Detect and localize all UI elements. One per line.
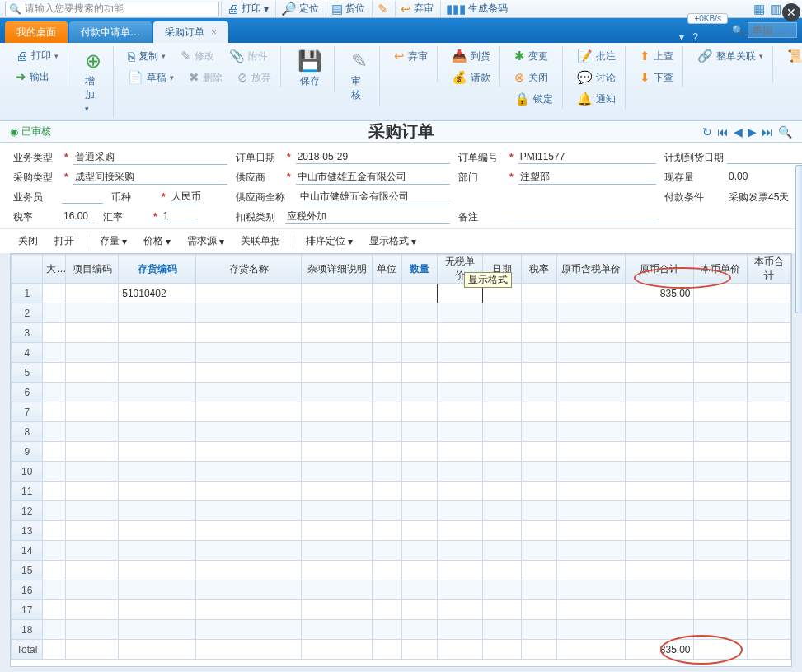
cell-price[interactable] bbox=[437, 620, 483, 640]
cell-yptotal[interactable] bbox=[626, 383, 694, 402]
cell-gross[interactable] bbox=[556, 323, 625, 343]
cell-tax[interactable] bbox=[522, 521, 557, 541]
table-row[interactable]: 15 bbox=[12, 561, 791, 580]
cell-name[interactable] bbox=[196, 422, 302, 442]
tabbar-search[interactable]: 🔍 bbox=[732, 22, 797, 38]
value-rate[interactable]: 1 bbox=[162, 210, 195, 223]
value-supplier-full[interactable]: 中山市健雄五金有限公司 bbox=[298, 190, 450, 204]
cell-name[interactable] bbox=[196, 303, 302, 323]
cell-detail[interactable] bbox=[302, 561, 372, 580]
col-local-price[interactable]: 本币单价 bbox=[694, 255, 747, 284]
cell-tax[interactable] bbox=[522, 561, 557, 580]
line-items-grid[interactable]: 大… 项目编码 存货编码 存货名称 杂项详细说明 单位 数量 无税单价 日期 税… bbox=[10, 253, 792, 667]
cell-tax[interactable] bbox=[522, 303, 557, 323]
cell-name[interactable] bbox=[196, 323, 302, 343]
cell-rownum[interactable]: 4 bbox=[12, 343, 43, 363]
tab-payment-request[interactable]: 付款申请单… bbox=[69, 21, 152, 43]
value-order-date[interactable]: 2018-05-29 bbox=[296, 151, 450, 164]
cell-name[interactable] bbox=[196, 521, 302, 541]
cell-bbtotal[interactable] bbox=[747, 284, 790, 303]
lock-button[interactable]: 🔒锁定 bbox=[510, 89, 557, 109]
cell-unit[interactable] bbox=[372, 343, 401, 363]
cell-unit[interactable] bbox=[372, 323, 401, 343]
cell-tax[interactable] bbox=[522, 600, 557, 620]
cell-name[interactable] bbox=[196, 541, 302, 561]
value-plan-date[interactable] bbox=[727, 151, 802, 164]
col-qty[interactable]: 数量 bbox=[402, 255, 438, 284]
cell-qty[interactable] bbox=[402, 521, 438, 541]
cell-price[interactable] bbox=[437, 303, 483, 323]
cell-name[interactable] bbox=[196, 402, 302, 422]
cell-bbtotal[interactable] bbox=[747, 521, 790, 541]
display-format-dropdown[interactable]: 显示格式▾ bbox=[363, 233, 423, 250]
cell-proj[interactable] bbox=[66, 284, 119, 303]
change-button[interactable]: ✱变更 bbox=[510, 46, 557, 66]
window-close-button[interactable] bbox=[782, 3, 800, 21]
cell-price[interactable] bbox=[437, 402, 483, 422]
col-tax-rate[interactable]: 税率 bbox=[522, 255, 557, 284]
cell-cat[interactable] bbox=[43, 284, 66, 303]
cell-date[interactable] bbox=[483, 402, 522, 422]
cell-yptotal[interactable] bbox=[626, 462, 694, 482]
cell-tax[interactable] bbox=[522, 383, 557, 402]
cell-date[interactable] bbox=[483, 580, 522, 600]
table-row[interactable]: 12 bbox=[12, 501, 791, 521]
cell-inv[interactable] bbox=[119, 323, 196, 343]
cell-qty[interactable] bbox=[402, 561, 438, 580]
cell-date[interactable] bbox=[483, 620, 522, 640]
cell-inv[interactable] bbox=[119, 303, 196, 323]
cell-cat[interactable] bbox=[43, 422, 66, 442]
col-project-code[interactable]: 项目编码 bbox=[66, 255, 119, 284]
cell-yptotal[interactable] bbox=[626, 343, 694, 363]
cell-name[interactable] bbox=[196, 580, 302, 600]
print-button[interactable]: 🖨打印▾ bbox=[12, 46, 63, 65]
table-row[interactable]: 14 bbox=[12, 541, 791, 561]
cell-qty[interactable] bbox=[402, 442, 438, 462]
cell-tax[interactable] bbox=[522, 363, 557, 383]
cell-inv[interactable] bbox=[119, 482, 196, 501]
cell-price[interactable] bbox=[437, 363, 483, 383]
value-clerk[interactable] bbox=[62, 190, 103, 204]
cell-date[interactable] bbox=[483, 482, 522, 501]
cell-inv[interactable] bbox=[119, 620, 196, 640]
table-row[interactable]: 13 bbox=[12, 521, 791, 541]
sys-reject-button[interactable]: ↩弃审 bbox=[395, 1, 439, 17]
cell-yptotal[interactable] bbox=[626, 422, 694, 442]
cell-gross[interactable] bbox=[556, 383, 625, 402]
cell-price[interactable] bbox=[437, 521, 483, 541]
cell-bbprice[interactable] bbox=[694, 462, 747, 482]
cell-name[interactable] bbox=[196, 343, 302, 363]
table-row[interactable]: 10 bbox=[12, 462, 791, 482]
cell-cat[interactable] bbox=[43, 323, 66, 343]
help-button[interactable]: ? bbox=[692, 31, 698, 43]
cell-qty[interactable] bbox=[402, 620, 438, 640]
cell-tax[interactable] bbox=[522, 442, 557, 462]
notify-button[interactable]: 🔔通知 bbox=[573, 89, 620, 109]
cell-rownum[interactable]: 7 bbox=[12, 402, 43, 422]
cell-gross[interactable] bbox=[556, 620, 625, 640]
cell-unit[interactable] bbox=[372, 600, 401, 620]
cell-date[interactable] bbox=[483, 363, 522, 383]
cell-bbtotal[interactable] bbox=[747, 580, 790, 600]
cell-unit[interactable] bbox=[372, 462, 401, 482]
cell-date[interactable] bbox=[483, 303, 522, 323]
trace-down-button[interactable]: ⬇下查 bbox=[636, 68, 678, 87]
cell-proj[interactable] bbox=[66, 303, 119, 323]
cell-qty[interactable] bbox=[402, 383, 438, 402]
cell-yptotal[interactable] bbox=[626, 501, 694, 521]
cell-price[interactable] bbox=[437, 442, 483, 462]
cell-gross[interactable] bbox=[556, 600, 625, 620]
cell-name[interactable] bbox=[196, 600, 302, 620]
cell-name[interactable] bbox=[196, 383, 302, 402]
cell-inv[interactable] bbox=[119, 462, 196, 482]
cell-cat[interactable] bbox=[43, 561, 66, 580]
cell-inv[interactable] bbox=[119, 442, 196, 462]
cell-name[interactable] bbox=[196, 363, 302, 383]
cell-unit[interactable] bbox=[372, 284, 401, 303]
cell-detail[interactable] bbox=[302, 462, 372, 482]
cell-rownum[interactable]: 9 bbox=[12, 442, 43, 462]
cell-cat[interactable] bbox=[43, 383, 66, 402]
value-biz-type[interactable]: 普通采购 bbox=[73, 150, 227, 165]
sys-edit-button[interactable]: ✎ bbox=[372, 1, 393, 17]
cell-bbtotal[interactable] bbox=[747, 323, 790, 343]
